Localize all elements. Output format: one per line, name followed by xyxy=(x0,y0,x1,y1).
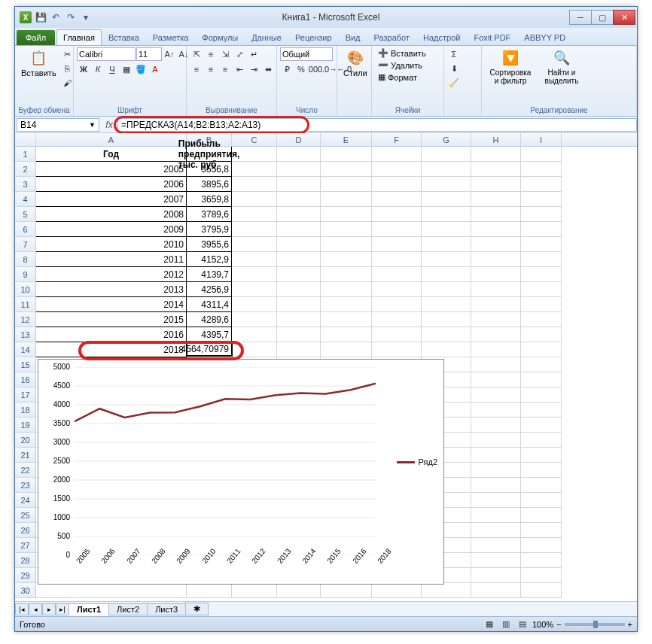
row-header-30[interactable]: 30 xyxy=(15,583,36,598)
cell-F7[interactable] xyxy=(372,237,422,252)
cell-D10[interactable] xyxy=(277,282,321,297)
border-icon[interactable]: ▦ xyxy=(120,62,133,76)
cell-E30[interactable] xyxy=(321,583,372,598)
cell-D4[interactable] xyxy=(277,192,321,207)
cell-E1[interactable] xyxy=(321,147,372,162)
tab-foxit[interactable]: Foxit PDF xyxy=(467,29,517,45)
currency-icon[interactable]: ₽ xyxy=(280,62,294,76)
row-header-25[interactable]: 25 xyxy=(15,508,36,523)
percent-icon[interactable]: % xyxy=(294,62,308,76)
cell-E9[interactable] xyxy=(321,267,372,282)
cell-F9[interactable] xyxy=(372,267,422,282)
cell-I14[interactable] xyxy=(521,342,562,357)
cell-C14[interactable] xyxy=(232,342,277,357)
row-header-6[interactable]: 6 xyxy=(15,222,36,237)
cell-C1[interactable] xyxy=(232,147,277,162)
tab-review[interactable]: Рецензир xyxy=(288,29,339,45)
font-color-icon[interactable]: A xyxy=(148,62,162,76)
cell-I26[interactable] xyxy=(521,523,562,538)
format-painter-icon[interactable]: 🖌 xyxy=(61,76,75,90)
cell-I12[interactable] xyxy=(521,312,562,327)
view-normal-icon[interactable]: ▦ xyxy=(483,618,496,631)
cell-B4[interactable]: 3659,8 xyxy=(187,192,232,207)
cell-H24[interactable] xyxy=(471,493,521,508)
cell-H21[interactable] xyxy=(471,448,521,463)
cell-I7[interactable] xyxy=(521,237,562,252)
cell-C30[interactable] xyxy=(232,583,277,598)
cell-A14[interactable]: 2018 xyxy=(36,342,187,357)
cell-E13[interactable] xyxy=(321,327,372,342)
merge-icon[interactable]: ⬌ xyxy=(261,62,275,76)
cell-C5[interactable] xyxy=(232,207,277,222)
cell-C6[interactable] xyxy=(232,222,277,237)
redo-icon[interactable]: ↷ xyxy=(65,11,77,23)
col-header-I[interactable]: I xyxy=(521,133,562,146)
cell-H5[interactable] xyxy=(471,207,521,222)
cell-E5[interactable] xyxy=(321,207,372,222)
paste-button[interactable]: 📋 Вставить xyxy=(18,47,59,79)
align-center-icon[interactable]: ≡ xyxy=(204,62,218,76)
cell-H28[interactable] xyxy=(471,553,521,568)
sheet-nav-first-icon[interactable]: |◂ xyxy=(15,603,29,615)
cell-G10[interactable] xyxy=(422,282,471,297)
cell-E2[interactable] xyxy=(321,162,372,177)
styles-button[interactable]: 🎨 Стили xyxy=(340,47,370,79)
tab-file[interactable]: Файл xyxy=(17,30,55,45)
row-header-2[interactable]: 2 xyxy=(15,162,36,177)
sheet-tab-2[interactable]: Лист2 xyxy=(108,603,148,615)
cell-I18[interactable] xyxy=(521,402,562,418)
cell-I21[interactable] xyxy=(521,448,562,463)
cell-A3[interactable]: 2006 xyxy=(36,177,187,192)
wrap-text-icon[interactable]: ↵ xyxy=(247,47,260,61)
cell-I17[interactable] xyxy=(521,387,562,402)
row-header-24[interactable]: 24 xyxy=(15,493,36,508)
cell-D11[interactable] xyxy=(277,297,321,312)
cell-D14[interactable] xyxy=(277,342,321,357)
cell-C12[interactable] xyxy=(232,312,277,327)
cell-B14[interactable]: 4564,70979 xyxy=(187,342,232,356)
cell-H18[interactable] xyxy=(471,402,521,418)
cell-D8[interactable] xyxy=(277,252,321,267)
cell-D6[interactable] xyxy=(277,222,321,237)
cell-H8[interactable] xyxy=(471,252,521,267)
row-header-17[interactable]: 17 xyxy=(15,387,36,402)
number-format-select[interactable] xyxy=(280,47,333,61)
cell-D1[interactable] xyxy=(277,147,321,162)
row-header-9[interactable]: 9 xyxy=(15,267,36,282)
cell-B10[interactable]: 4256,9 xyxy=(187,282,232,297)
cell-H3[interactable] xyxy=(471,177,521,192)
cell-F1[interactable] xyxy=(372,147,422,162)
cell-F6[interactable] xyxy=(372,222,422,237)
cell-H10[interactable] xyxy=(471,282,521,297)
tab-addins[interactable]: Надстрой xyxy=(416,29,467,45)
cell-I28[interactable] xyxy=(521,553,562,568)
cell-H12[interactable] xyxy=(471,312,521,327)
align-top-icon[interactable]: ⇱ xyxy=(190,47,203,61)
cell-F30[interactable] xyxy=(372,583,422,598)
sort-filter-button[interactable]: 🔽 Сортировка и фильтр xyxy=(485,47,536,87)
align-right-icon[interactable]: ≡ xyxy=(218,62,232,76)
fill-icon[interactable]: ⬇ xyxy=(447,62,461,75)
cell-B2[interactable]: 3556,8 xyxy=(187,162,232,177)
align-bottom-icon[interactable]: ⇲ xyxy=(218,47,232,61)
cell-H15[interactable] xyxy=(471,357,521,372)
cell-B9[interactable]: 4139,7 xyxy=(187,267,232,282)
cell-A7[interactable]: 2010 xyxy=(36,237,187,252)
cell-I8[interactable] xyxy=(521,252,562,267)
cell-E10[interactable] xyxy=(321,282,372,297)
row-header-19[interactable]: 19 xyxy=(15,418,36,433)
cut-icon[interactable]: ✂ xyxy=(61,47,75,61)
underline-icon[interactable]: Ч xyxy=(105,62,119,76)
cell-B1[interactable]: Прибыль предприятия, тыс. руб xyxy=(187,147,232,162)
row-header-23[interactable]: 23 xyxy=(15,478,36,493)
cell-D5[interactable] xyxy=(277,207,321,222)
cell-A2[interactable]: 2005 xyxy=(36,162,187,177)
cell-E6[interactable] xyxy=(321,222,372,237)
cell-H20[interactable] xyxy=(471,433,521,448)
cell-I13[interactable] xyxy=(521,327,562,342)
cell-A12[interactable]: 2015 xyxy=(36,312,187,327)
sheet-tab-3[interactable]: Лист3 xyxy=(147,603,186,615)
cell-I5[interactable] xyxy=(521,207,562,222)
find-select-button[interactable]: 🔍 Найти и выделить xyxy=(538,47,586,87)
cell-C13[interactable] xyxy=(232,327,277,342)
